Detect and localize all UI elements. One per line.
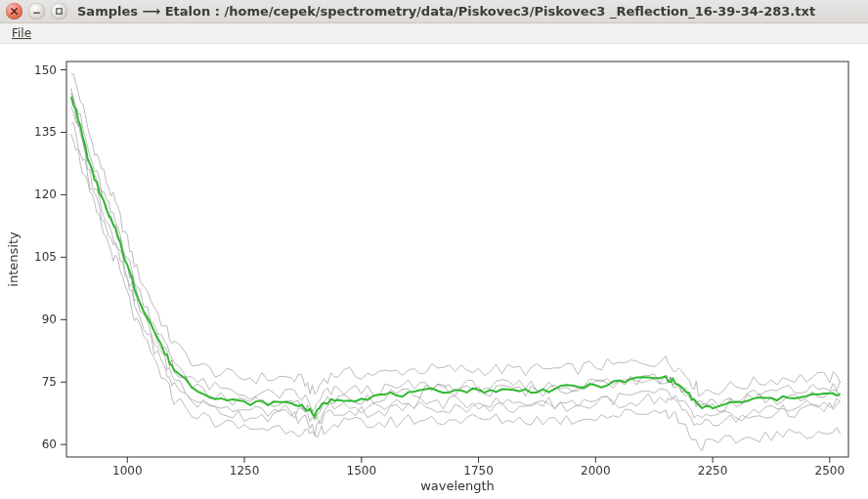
x-tick-label: 2000 bbox=[581, 464, 611, 478]
series-sample-gray-1 bbox=[71, 74, 841, 396]
x-tick-label: 2500 bbox=[815, 464, 846, 478]
svg-rect-0 bbox=[57, 9, 62, 14]
y-tick-label: 60 bbox=[42, 437, 57, 451]
y-tick-label: 75 bbox=[42, 375, 57, 389]
x-tick-label: 1000 bbox=[112, 464, 143, 478]
window-title: Samples ⟶ Etalon : /home/cepek/spectrome… bbox=[77, 4, 815, 19]
app-window: Samples ⟶ Etalon : /home/cepek/spectrome… bbox=[0, 0, 868, 499]
y-axis-label: intensity bbox=[6, 231, 21, 287]
x-axis-label: wavelength bbox=[420, 478, 495, 493]
menubar: File bbox=[0, 23, 868, 44]
y-tick-label: 120 bbox=[34, 187, 57, 201]
x-tick-label: 1500 bbox=[347, 464, 377, 478]
series-sample-gray-3 bbox=[71, 106, 841, 424]
series-etalon-dark bbox=[71, 89, 841, 416]
y-tick-label: 90 bbox=[42, 312, 57, 326]
minimize-icon[interactable] bbox=[28, 3, 45, 20]
chart-svg: 1000125015001750200022502500607590105120… bbox=[0, 44, 868, 496]
menu-file[interactable]: File bbox=[6, 24, 37, 42]
x-tick-label: 1250 bbox=[230, 464, 260, 478]
titlebar[interactable]: Samples ⟶ Etalon : /home/cepek/spectrome… bbox=[0, 0, 868, 23]
close-icon[interactable] bbox=[6, 3, 22, 20]
y-tick-label: 105 bbox=[34, 250, 57, 264]
x-tick-label: 2250 bbox=[698, 464, 728, 478]
chart: 1000125015001750200022502500607590105120… bbox=[0, 44, 868, 499]
plot-area bbox=[66, 62, 848, 457]
series-sample-gray-2 bbox=[71, 93, 841, 411]
y-tick-label: 150 bbox=[34, 63, 57, 77]
series-mean-green bbox=[71, 97, 841, 417]
y-tick-label: 135 bbox=[34, 125, 57, 139]
menu-file-label: File bbox=[12, 26, 31, 40]
x-tick-label: 1750 bbox=[463, 464, 494, 478]
maximize-icon[interactable] bbox=[51, 3, 67, 20]
